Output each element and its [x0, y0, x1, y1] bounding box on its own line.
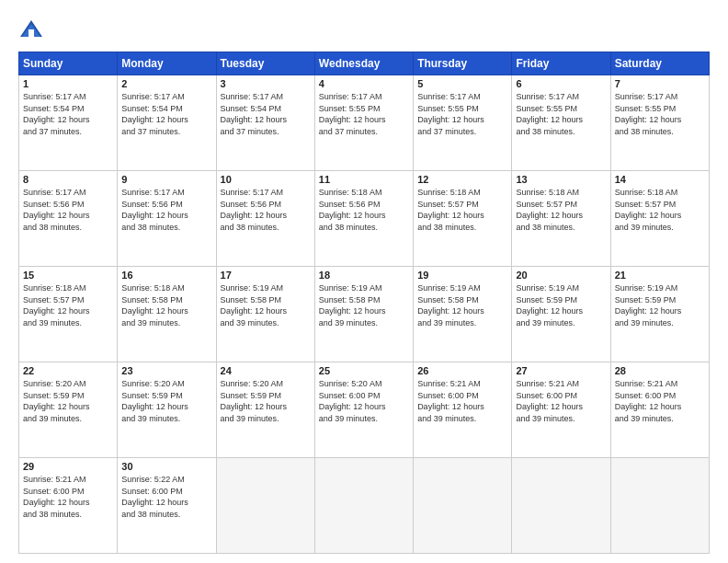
day-cell: 29Sunrise: 5:21 AMSunset: 6:00 PMDayligh… — [19, 458, 118, 554]
day-cell — [216, 458, 314, 554]
day-cell: 7Sunrise: 5:17 AMSunset: 5:55 PMDaylight… — [610, 75, 709, 171]
day-info: Sunrise: 5:18 AMSunset: 5:57 PMDaylight:… — [23, 282, 113, 328]
col-header-friday: Friday — [512, 52, 610, 75]
day-cell: 30Sunrise: 5:22 AMSunset: 6:00 PMDayligh… — [118, 458, 216, 554]
day-cell: 24Sunrise: 5:20 AMSunset: 5:59 PMDayligh… — [216, 362, 314, 458]
day-number: 21 — [615, 270, 705, 281]
day-cell: 1Sunrise: 5:17 AMSunset: 5:54 PMDaylight… — [19, 75, 118, 171]
day-number: 9 — [121, 174, 211, 185]
day-cell: 3Sunrise: 5:17 AMSunset: 5:54 PMDaylight… — [216, 75, 314, 171]
day-cell — [512, 458, 610, 554]
day-cell: 4Sunrise: 5:17 AMSunset: 5:55 PMDaylight… — [314, 75, 413, 171]
day-cell: 15Sunrise: 5:18 AMSunset: 5:57 PMDayligh… — [19, 267, 118, 362]
day-cell — [314, 458, 413, 554]
day-info: Sunrise: 5:20 AMSunset: 5:59 PMDaylight:… — [23, 378, 113, 424]
day-number: 5 — [417, 78, 507, 89]
day-cell: 25Sunrise: 5:20 AMSunset: 6:00 PMDayligh… — [314, 362, 413, 458]
day-cell: 16Sunrise: 5:18 AMSunset: 5:58 PMDayligh… — [118, 267, 216, 362]
day-number: 1 — [23, 78, 113, 89]
page: SundayMondayTuesdayWednesdayThursdayFrid… — [0, 0, 728, 563]
col-header-saturday: Saturday — [610, 52, 709, 75]
day-info: Sunrise: 5:17 AMSunset: 5:55 PMDaylight:… — [516, 91, 606, 137]
week-row-3: 15Sunrise: 5:18 AMSunset: 5:57 PMDayligh… — [19, 267, 710, 362]
day-info: Sunrise: 5:19 AMSunset: 5:58 PMDaylight:… — [221, 282, 311, 328]
day-cell: 17Sunrise: 5:19 AMSunset: 5:58 PMDayligh… — [216, 267, 314, 362]
day-number: 23 — [121, 365, 211, 376]
day-cell: 20Sunrise: 5:19 AMSunset: 5:59 PMDayligh… — [512, 267, 610, 362]
col-header-thursday: Thursday — [414, 52, 512, 75]
col-header-tuesday: Tuesday — [216, 52, 314, 75]
day-info: Sunrise: 5:21 AMSunset: 6:00 PMDaylight:… — [615, 378, 705, 424]
day-cell: 9Sunrise: 5:17 AMSunset: 5:56 PMDaylight… — [118, 171, 216, 267]
day-cell: 21Sunrise: 5:19 AMSunset: 5:59 PMDayligh… — [610, 267, 709, 362]
day-number: 28 — [615, 365, 705, 376]
week-row-4: 22Sunrise: 5:20 AMSunset: 5:59 PMDayligh… — [19, 362, 710, 458]
day-info: Sunrise: 5:17 AMSunset: 5:55 PMDaylight:… — [319, 91, 409, 137]
day-cell: 23Sunrise: 5:20 AMSunset: 5:59 PMDayligh… — [118, 362, 216, 458]
day-number: 16 — [121, 270, 211, 281]
day-info: Sunrise: 5:18 AMSunset: 5:56 PMDaylight:… — [319, 187, 409, 233]
day-info: Sunrise: 5:19 AMSunset: 5:58 PMDaylight:… — [319, 282, 409, 328]
day-info: Sunrise: 5:17 AMSunset: 5:56 PMDaylight:… — [23, 187, 113, 233]
day-number: 13 — [516, 174, 606, 185]
week-row-5: 29Sunrise: 5:21 AMSunset: 6:00 PMDayligh… — [19, 458, 710, 554]
day-info: Sunrise: 5:18 AMSunset: 5:57 PMDaylight:… — [516, 187, 606, 233]
day-number: 8 — [23, 174, 113, 185]
day-number: 7 — [615, 78, 705, 89]
day-number: 12 — [417, 174, 507, 185]
day-cell: 27Sunrise: 5:21 AMSunset: 6:00 PMDayligh… — [512, 362, 610, 458]
week-row-1: 1Sunrise: 5:17 AMSunset: 5:54 PMDaylight… — [19, 75, 710, 171]
week-row-2: 8Sunrise: 5:17 AMSunset: 5:56 PMDaylight… — [19, 171, 710, 267]
day-info: Sunrise: 5:21 AMSunset: 6:00 PMDaylight:… — [417, 378, 507, 424]
day-number: 29 — [23, 461, 113, 472]
day-info: Sunrise: 5:17 AMSunset: 5:55 PMDaylight:… — [615, 91, 705, 137]
day-info: Sunrise: 5:20 AMSunset: 6:00 PMDaylight:… — [319, 378, 409, 424]
day-info: Sunrise: 5:17 AMSunset: 5:55 PMDaylight:… — [417, 91, 507, 137]
day-cell: 26Sunrise: 5:21 AMSunset: 6:00 PMDayligh… — [414, 362, 512, 458]
day-number: 3 — [221, 78, 311, 89]
col-header-monday: Monday — [118, 52, 216, 75]
day-cell: 5Sunrise: 5:17 AMSunset: 5:55 PMDaylight… — [414, 75, 512, 171]
logo — [18, 17, 48, 42]
day-number: 25 — [319, 365, 409, 376]
day-number: 30 — [121, 461, 211, 472]
day-number: 10 — [221, 174, 311, 185]
day-number: 17 — [221, 270, 311, 281]
col-header-sunday: Sunday — [19, 52, 118, 75]
day-cell: 14Sunrise: 5:18 AMSunset: 5:57 PMDayligh… — [610, 171, 709, 267]
day-info: Sunrise: 5:20 AMSunset: 5:59 PMDaylight:… — [221, 378, 311, 424]
day-info: Sunrise: 5:17 AMSunset: 5:56 PMDaylight:… — [121, 187, 211, 233]
day-cell: 11Sunrise: 5:18 AMSunset: 5:56 PMDayligh… — [314, 171, 413, 267]
day-number: 15 — [23, 270, 113, 281]
day-info: Sunrise: 5:17 AMSunset: 5:56 PMDaylight:… — [221, 187, 311, 233]
day-cell: 12Sunrise: 5:18 AMSunset: 5:57 PMDayligh… — [414, 171, 512, 267]
day-number: 14 — [615, 174, 705, 185]
day-cell: 8Sunrise: 5:17 AMSunset: 5:56 PMDaylight… — [19, 171, 118, 267]
day-cell: 18Sunrise: 5:19 AMSunset: 5:58 PMDayligh… — [314, 267, 413, 362]
day-info: Sunrise: 5:19 AMSunset: 5:59 PMDaylight:… — [516, 282, 606, 328]
header — [18, 17, 710, 42]
svg-rect-2 — [28, 29, 34, 37]
day-info: Sunrise: 5:20 AMSunset: 5:59 PMDaylight:… — [121, 378, 211, 424]
day-number: 4 — [319, 78, 409, 89]
col-header-wednesday: Wednesday — [314, 52, 413, 75]
day-cell: 6Sunrise: 5:17 AMSunset: 5:55 PMDaylight… — [512, 75, 610, 171]
day-cell: 10Sunrise: 5:17 AMSunset: 5:56 PMDayligh… — [216, 171, 314, 267]
day-info: Sunrise: 5:18 AMSunset: 5:57 PMDaylight:… — [615, 187, 705, 233]
day-info: Sunrise: 5:19 AMSunset: 5:58 PMDaylight:… — [417, 282, 507, 328]
day-number: 24 — [221, 365, 311, 376]
day-number: 11 — [319, 174, 409, 185]
day-cell — [414, 458, 512, 554]
day-info: Sunrise: 5:22 AMSunset: 6:00 PMDaylight:… — [121, 474, 211, 520]
day-cell: 22Sunrise: 5:20 AMSunset: 5:59 PMDayligh… — [19, 362, 118, 458]
day-info: Sunrise: 5:17 AMSunset: 5:54 PMDaylight:… — [121, 91, 211, 137]
calendar-table: SundayMondayTuesdayWednesdayThursdayFrid… — [18, 52, 710, 554]
day-info: Sunrise: 5:17 AMSunset: 5:54 PMDaylight:… — [23, 91, 113, 137]
day-info: Sunrise: 5:18 AMSunset: 5:58 PMDaylight:… — [121, 282, 211, 328]
logo-icon — [18, 17, 44, 42]
day-cell: 13Sunrise: 5:18 AMSunset: 5:57 PMDayligh… — [512, 171, 610, 267]
day-number: 19 — [417, 270, 507, 281]
day-info: Sunrise: 5:17 AMSunset: 5:54 PMDaylight:… — [221, 91, 311, 137]
day-number: 6 — [516, 78, 606, 89]
day-cell: 19Sunrise: 5:19 AMSunset: 5:58 PMDayligh… — [414, 267, 512, 362]
